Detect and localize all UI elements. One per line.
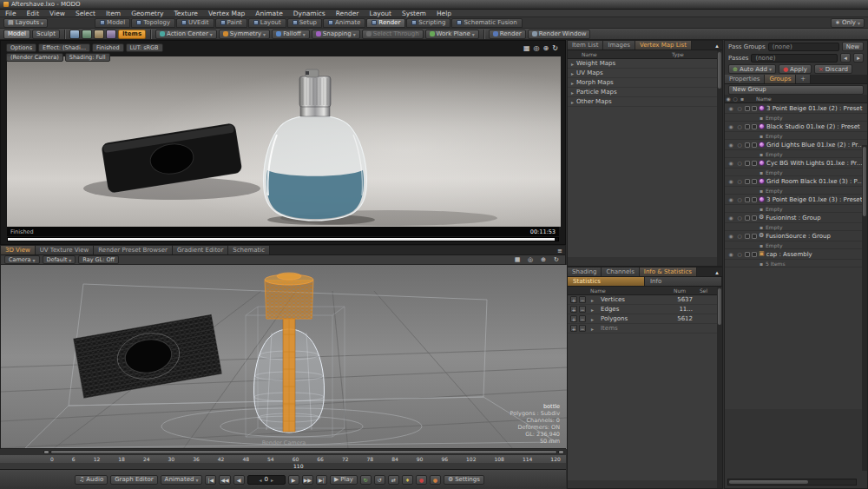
work-plane-dropdown[interactable]: Work Plane▾	[425, 30, 479, 39]
menu-texture[interactable]: Texture	[169, 10, 203, 17]
checkbox[interactable]	[745, 179, 750, 184]
stat-row-vertices[interactable]: +− ▸ Vertices5637	[568, 295, 722, 305]
menu-edit[interactable]: Edit	[22, 10, 45, 17]
tab-3d-view[interactable]: 3D View	[1, 246, 36, 254]
sculpt-mode-button[interactable]: Sculpt	[32, 30, 60, 39]
range-scrollbar-handle[interactable]	[50, 450, 557, 454]
go-to-start-button[interactable]: |◀	[205, 475, 216, 485]
remove-from-selection-button[interactable]: −	[579, 306, 586, 313]
render-button[interactable]: Render	[489, 30, 526, 39]
action-center-dropdown[interactable]: Action Center▾	[155, 30, 217, 39]
solo-radio-icon[interactable]: ○	[736, 251, 743, 257]
loop-icon[interactable]: ↻	[360, 475, 372, 485]
auto-add-dropdown[interactable]: ⊕Auto Add▾	[728, 64, 776, 74]
grid-icon[interactable]: ▦	[512, 255, 523, 265]
render-lut-dropdown[interactable]: LUT: sRGB	[126, 43, 163, 52]
sync-icon[interactable]: ⇄	[388, 475, 399, 485]
expand-caret-icon[interactable]: ▸	[571, 80, 574, 86]
expand-caret-icon[interactable]: ▸	[571, 61, 574, 67]
checkbox[interactable]	[752, 161, 757, 166]
group-row[interactable]: ◉○ ⚙ FusionInst : Group	[725, 213, 867, 223]
next-pass-icon[interactable]: ▸	[853, 53, 864, 63]
add-to-selection-button[interactable]: +	[570, 296, 577, 303]
eye-icon[interactable]: ◉	[727, 123, 734, 129]
vertex-map-row-morph-maps[interactable]: ▸Morph Maps	[568, 78, 722, 88]
render-image[interactable]	[7, 56, 561, 227]
range-end-handle[interactable]	[558, 450, 564, 454]
checkbox[interactable]	[745, 161, 750, 166]
discard-button[interactable]: ×Discard	[814, 64, 852, 74]
checkbox[interactable]	[752, 142, 757, 148]
animated-dropdown[interactable]: Animated▾	[161, 475, 203, 485]
menu-render[interactable]: Render	[331, 10, 365, 17]
vertex-map-row-uv-maps[interactable]: ▸UV Maps	[568, 69, 722, 78]
solo-radio-icon[interactable]: ○	[736, 196, 743, 202]
remove-from-selection-button[interactable]: −	[579, 296, 586, 303]
scrollbar-handle[interactable]	[729, 480, 808, 484]
materials-mode-icon[interactable]	[106, 30, 116, 39]
tab-add[interactable]: +	[796, 75, 811, 83]
menu-animate[interactable]: Animate	[250, 10, 287, 17]
menu-select[interactable]: Select	[70, 10, 101, 17]
apply-button[interactable]: ●Apply	[779, 64, 812, 74]
scrollbar-handle[interactable]	[718, 288, 721, 325]
previous-pass-icon[interactable]: ◂	[840, 53, 851, 63]
checkbox[interactable]	[745, 215, 750, 221]
solo-radio-icon[interactable]: ○	[736, 105, 743, 111]
rotate-icon[interactable]: ↻	[551, 255, 562, 265]
layout-tab-animate[interactable]: Animate	[323, 18, 365, 28]
group-row[interactable]: ◉○ ▣ cap : Assembly	[725, 249, 867, 260]
viewport-style-dropdown[interactable]: Default▾	[43, 255, 76, 264]
checkbox[interactable]	[745, 252, 750, 257]
raygl-toggle[interactable]: Ray GL: Off	[78, 255, 119, 264]
expand-caret-icon[interactable]: ▸	[591, 297, 594, 303]
layout-tab-scripting[interactable]: Scripting	[406, 18, 450, 28]
eye-icon[interactable]: ◉	[727, 178, 734, 184]
render-options-button[interactable]: Options	[6, 43, 36, 52]
polygons-mode-icon[interactable]	[94, 30, 104, 39]
tab-gradient-editor[interactable]: Gradient Editor	[173, 246, 228, 254]
add-to-selection-button[interactable]: +	[570, 325, 577, 332]
edges-mode-icon[interactable]	[82, 30, 92, 39]
stat-row-items[interactable]: +− ▸ Items	[568, 324, 722, 334]
autokey-icon[interactable]: ●	[430, 475, 441, 485]
panel-expand-icon[interactable]: ▴	[712, 268, 722, 277]
checkbox[interactable]	[745, 197, 750, 202]
next-key-button[interactable]: ▶▶	[302, 475, 313, 485]
vertex-map-row-particle-maps[interactable]: ▸Particle Maps	[568, 88, 722, 97]
checkbox[interactable]	[745, 234, 750, 239]
group-row[interactable]: ◉○ 3 Point Beige 01.lxe (3) : Preset	[725, 195, 867, 205]
falloff-dropdown[interactable]: Falloff▾	[272, 30, 310, 39]
tab-images[interactable]: Images	[603, 41, 635, 50]
render-camera-dropdown[interactable]: (Render Camera)	[6, 53, 63, 62]
stat-row-polygons[interactable]: +− ▸ Polygons5612	[568, 314, 722, 324]
render-finished-dropdown[interactable]: Finished	[92, 43, 124, 52]
only-button[interactable]: ∗ Only ▾	[831, 18, 865, 28]
remove-from-selection-button[interactable]: −	[579, 315, 586, 322]
play-button[interactable]: ▶Play	[330, 475, 358, 485]
group-row[interactable]: ◉○ Grid Lights Blue 01.lxe (2) : Preset	[725, 140, 867, 150]
tab-properties[interactable]: Properties	[725, 75, 765, 83]
select-through-button[interactable]: Select Through	[362, 30, 424, 39]
grid-icon[interactable]: ▦	[523, 44, 530, 52]
group-row[interactable]: ◉○ 3 Point Beige 01.lxe (2) : Preset	[725, 103, 867, 114]
solo-radio-icon[interactable]: ○	[736, 215, 743, 221]
scrollbar-handle[interactable]	[863, 147, 866, 216]
timeline-range-bar[interactable]	[0, 449, 566, 455]
group-row[interactable]: ◉○ Black Studio 01.lxe (2) : Preset	[725, 122, 867, 132]
layout-tab-render[interactable]: Render	[366, 18, 405, 28]
checkbox[interactable]	[752, 252, 757, 257]
expand-caret-icon[interactable]: ▸	[591, 307, 594, 313]
checkbox[interactable]	[752, 234, 757, 239]
layout-tab-schematic-fusion[interactable]: Schematic Fusion	[451, 18, 522, 28]
horizontal-scrollbar[interactable]	[727, 479, 857, 486]
zoom-icon[interactable]: ◎	[534, 44, 540, 52]
layout-tab-uvedit[interactable]: UVEdit	[176, 18, 214, 28]
render-shading-dropdown[interactable]: Shading: Full	[65, 53, 110, 62]
checkbox[interactable]	[752, 197, 757, 202]
menu-help[interactable]: Help	[431, 10, 457, 17]
eye-icon[interactable]: ◉	[727, 233, 734, 239]
scrollbar-handle[interactable]	[718, 52, 721, 89]
menu-dynamics[interactable]: Dynamics	[288, 10, 331, 17]
passes-dropdown[interactable]: (none)	[751, 54, 838, 63]
